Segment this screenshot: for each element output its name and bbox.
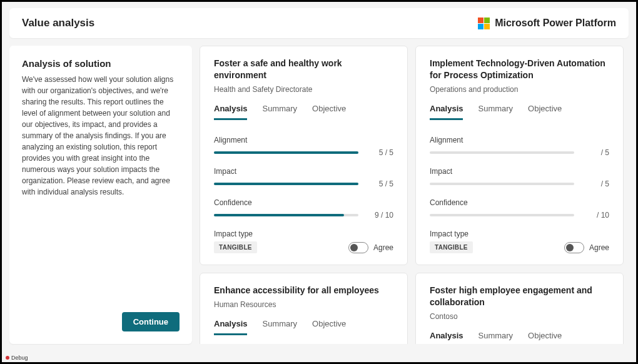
tab-summary[interactable]: Summary — [262, 319, 297, 335]
analysis-description: We've assessed how well your solution al… — [22, 74, 180, 312]
impact-type-label: Impact type — [214, 230, 257, 238]
brand-text: Microsoft Power Platform — [495, 18, 616, 29]
content-area: Analysis of solution We've assessed how … — [2, 38, 636, 351]
alignment-bar — [214, 151, 358, 154]
impact-label: Impact — [214, 167, 393, 176]
impact-type-row: Impact type TANGIBLE Agree — [430, 230, 609, 253]
alignment-metric: Alignment / 5 — [430, 136, 609, 157]
card-subtitle: Operations and production — [430, 85, 609, 94]
debug-dot-icon — [6, 356, 9, 360]
card-title: Foster a safe and healthy work environme… — [214, 58, 393, 81]
tab-summary[interactable]: Summary — [262, 104, 297, 120]
objective-card: Foster a safe and healthy work environme… — [200, 46, 408, 265]
card-title: Enhance accessibility for all employees — [214, 285, 393, 296]
objective-card: Implement Technology-Driven Automation f… — [415, 46, 624, 265]
alignment-bar — [430, 151, 574, 154]
card-tabs: Analysis Summary Objective — [430, 104, 609, 121]
impact-bar — [430, 183, 574, 185]
confidence-metric: Confidence / 10 — [430, 198, 609, 220]
impact-type-row: Impact type TANGIBLE Agree — [214, 230, 393, 253]
confidence-label: Confidence — [214, 198, 393, 207]
confidence-metric: Confidence 9 / 10 — [214, 198, 393, 220]
analysis-heading: Analysis of solution — [22, 58, 180, 69]
impact-value: 5 / 5 — [366, 179, 393, 188]
impact-bar — [214, 183, 358, 185]
agree-toggle[interactable] — [348, 242, 368, 253]
debug-indicator: Debug — [6, 355, 28, 361]
card-subtitle: Contoso — [430, 312, 609, 321]
impact-type-badge: TANGIBLE — [214, 241, 257, 253]
page-title: Value analysis — [22, 17, 94, 29]
card-tabs: Analysis Summary Objective — [214, 104, 393, 121]
agree-label: Agree — [589, 243, 609, 252]
card-subtitle: Health and Safety Directorate — [214, 85, 393, 94]
card-tabs: Analysis Summary Objective — [214, 319, 393, 336]
card-title: Implement Technology-Driven Automation f… — [430, 58, 609, 81]
brand: Microsoft Power Platform — [478, 18, 616, 29]
alignment-value: / 5 — [582, 148, 609, 157]
tab-summary[interactable]: Summary — [478, 104, 513, 120]
tab-analysis[interactable]: Analysis — [214, 104, 247, 120]
cards-grid: Foster a safe and healthy work environme… — [200, 46, 624, 344]
impact-type-label: Impact type — [430, 230, 473, 238]
microsoft-logo-icon — [478, 18, 490, 29]
tab-objective[interactable]: Objective — [312, 319, 346, 335]
header-bar: Value analysis Microsoft Power Platform — [9, 8, 629, 38]
objective-card: Enhance accessibility for all employees … — [200, 273, 408, 344]
alignment-value: 5 / 5 — [366, 148, 393, 157]
tab-analysis[interactable]: Analysis — [430, 104, 463, 120]
debug-label: Debug — [11, 355, 28, 361]
confidence-bar — [430, 214, 574, 216]
confidence-bar — [214, 214, 358, 216]
objective-card: Foster high employee engagement and coll… — [415, 273, 624, 344]
impact-type-badge: TANGIBLE — [430, 241, 473, 253]
card-subtitle: Human Resources — [214, 300, 393, 309]
card-title: Foster high employee engagement and coll… — [430, 285, 609, 308]
impact-metric: Impact / 5 — [430, 167, 609, 188]
left-panel: Analysis of solution We've assessed how … — [9, 46, 192, 344]
impact-metric: Impact 5 / 5 — [214, 167, 393, 188]
tab-analysis[interactable]: Analysis — [214, 319, 247, 335]
tab-objective[interactable]: Objective — [312, 104, 346, 120]
cards-scroll-area[interactable]: Foster a safe and healthy work environme… — [200, 46, 629, 344]
impact-value: / 5 — [582, 179, 609, 188]
confidence-value: / 10 — [582, 211, 609, 220]
alignment-metric: Alignment 5 / 5 — [214, 136, 393, 157]
tab-analysis[interactable]: Analysis — [430, 331, 463, 344]
agree-toggle[interactable] — [564, 242, 584, 253]
confidence-label: Confidence — [430, 198, 609, 207]
agree-label: Agree — [373, 243, 393, 252]
impact-label: Impact — [430, 167, 609, 176]
alignment-label: Alignment — [430, 136, 609, 144]
tab-objective[interactable]: Objective — [528, 104, 562, 120]
confidence-value: 9 / 10 — [366, 211, 393, 220]
card-tabs: Analysis Summary Objective — [430, 331, 609, 344]
tab-summary[interactable]: Summary — [478, 331, 513, 344]
tab-objective[interactable]: Objective — [528, 331, 562, 344]
continue-button[interactable]: Continue — [122, 312, 180, 331]
alignment-label: Alignment — [214, 136, 393, 144]
